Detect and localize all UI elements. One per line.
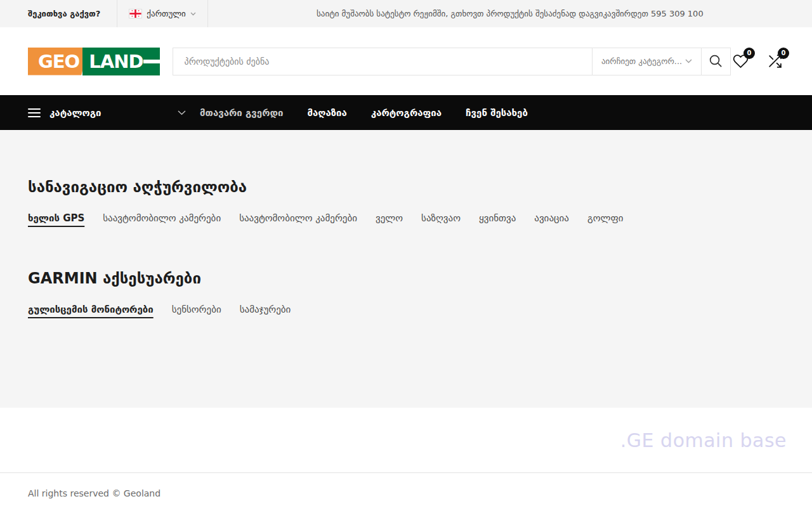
category-link-sensors[interactable]: სენსორები bbox=[172, 304, 221, 315]
wishlist-count-badge: 0 bbox=[743, 48, 755, 59]
section-navigation-equipment: სანავიგაციო აღჭურვილობა ხელის GPS საავტო… bbox=[28, 178, 784, 224]
language-selector[interactable]: ქართული bbox=[117, 0, 207, 27]
search-icon bbox=[709, 54, 723, 68]
category-link-golf[interactable]: გოლფი bbox=[587, 212, 624, 224]
question-link[interactable]: შეკითხვა გაქვთ? bbox=[0, 0, 117, 27]
section-garmin-accessories: GARMIN აქსესუარები გულისცემის მონიტორები… bbox=[28, 269, 784, 315]
category-link-diving[interactable]: ყვინთვა bbox=[479, 212, 516, 224]
search-button[interactable] bbox=[701, 48, 730, 75]
section-title: GARMIN აქსესუარები bbox=[28, 269, 784, 287]
category-link-aviation[interactable]: ავიაცია bbox=[534, 212, 569, 224]
search-input[interactable] bbox=[173, 48, 592, 75]
logo-dash bbox=[143, 60, 160, 63]
logo-geo: GEO bbox=[28, 48, 88, 75]
catalog-label: კატალოგი bbox=[49, 107, 102, 119]
footer: All rights reserved © Geoland bbox=[0, 472, 812, 513]
hamburger-icon bbox=[28, 108, 41, 117]
header: GEO LAND აირჩიეთ კატეგორ... 0 bbox=[0, 27, 812, 95]
nav-menu: მთავარი გვერდი მაღაზია კარტოგრაფია ჩვენ … bbox=[200, 107, 528, 119]
compare-button[interactable]: 0 bbox=[765, 52, 784, 71]
nav-item-shop[interactable]: მაღაზია bbox=[307, 107, 346, 119]
category-select-value: აირჩიეთ კატეგორ... bbox=[601, 56, 682, 66]
compare-count-badge: 0 bbox=[778, 48, 789, 59]
chevron-down-icon bbox=[178, 110, 186, 115]
category-link-bracelets[interactable]: სამაჯურები bbox=[240, 304, 291, 315]
category-link-bike[interactable]: ველო bbox=[376, 212, 403, 224]
category-link-car-cameras-1[interactable]: საავტომობილო კამერები bbox=[103, 212, 221, 224]
category-link-handheld-gps[interactable]: ხელის GPS bbox=[28, 212, 84, 224]
category-link-marine[interactable]: საზღვაო bbox=[421, 212, 461, 224]
main-nav: კატალოგი მთავარი გვერდი მაღაზია კარტოგრა… bbox=[0, 95, 812, 130]
category-link-heart-rate-monitors[interactable]: გულისცემის მონიტორები bbox=[28, 304, 154, 315]
category-select[interactable]: აირჩიეთ კატეგორ... bbox=[592, 48, 701, 75]
georgian-flag-icon bbox=[129, 9, 142, 18]
catalog-menu-button[interactable]: კატალოგი bbox=[28, 107, 186, 119]
search-form: აირჩიეთ კატეგორ... bbox=[173, 48, 731, 75]
chevron-down-icon bbox=[190, 12, 196, 16]
watermark-text: .GE domain base bbox=[620, 429, 787, 451]
category-links-row: გულისცემის მონიტორები სენსორები სამაჯურე… bbox=[28, 304, 784, 315]
watermark-strip: .GE domain base bbox=[0, 408, 812, 472]
site-notice: საიტი მუშაობს სატესტო რეჟიმში, გთხოვთ პრ… bbox=[208, 0, 812, 27]
logo[interactable]: GEO LAND bbox=[28, 48, 160, 75]
category-links-row: ხელის GPS საავტომობილო კამერები საავტომო… bbox=[28, 212, 784, 224]
topbar: შეკითხვა გაქვთ? ქართული საიტი მუშაობს სა… bbox=[0, 0, 812, 27]
language-label: ქართული bbox=[147, 9, 185, 18]
copyright-text: All rights reserved © Geoland bbox=[28, 488, 160, 498]
wishlist-button[interactable]: 0 bbox=[731, 52, 750, 71]
main-content: სანავიგაციო აღჭურვილობა ხელის GPS საავტო… bbox=[0, 130, 812, 408]
chevron-down-icon bbox=[685, 59, 692, 63]
section-title: სანავიგაციო აღჭურვილობა bbox=[28, 178, 784, 196]
header-actions: 0 0 bbox=[731, 52, 784, 71]
nav-item-home[interactable]: მთავარი გვერდი bbox=[200, 107, 283, 119]
category-link-car-cameras-2[interactable]: საავტომობილო კამერები bbox=[239, 212, 357, 224]
nav-item-cartography[interactable]: კარტოგრაფია bbox=[371, 107, 442, 119]
nav-item-about[interactable]: ჩვენ შესახებ bbox=[466, 107, 528, 119]
